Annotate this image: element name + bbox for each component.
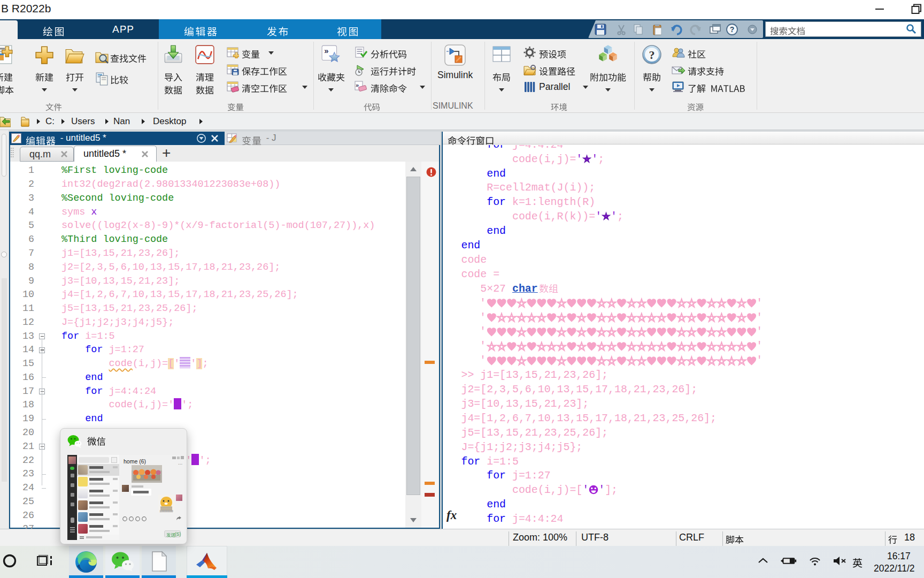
svg-text:»: » [324, 47, 328, 55]
svg-text:?: ? [649, 48, 655, 62]
svg-text:?: ? [730, 25, 735, 34]
svg-text:1000000000: 1000000000 [159, 510, 173, 513]
svg-text:»: » [356, 82, 359, 88]
